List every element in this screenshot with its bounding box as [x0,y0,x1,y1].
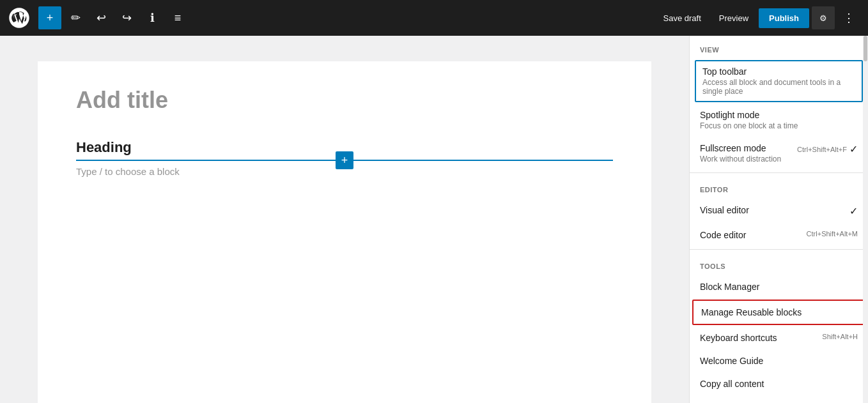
view-section-label: VIEW [690,36,868,59]
keyboard-shortcuts-title: Keyboard shortcuts [700,333,777,343]
tools-section-label: TOOLS [690,252,868,275]
scrollbar-thumb[interactable] [864,36,867,61]
fullscreen-check: ✓ [849,143,858,155]
main-toolbar: + ✏ ↩ ↪ ℹ ≡ Save draft Preview Publish ⚙… [0,0,868,36]
divider-1 [690,172,868,173]
editor-area: Add title Heading + Type / to choose a b… [0,36,689,403]
copy-all-title: Copy all content [700,379,764,389]
code-editor-title: Code editor [700,230,746,240]
info-icon: ℹ [150,11,155,25]
top-toolbar-item[interactable]: Top toolbar Access all block and documen… [695,60,863,102]
manage-reusable-title: Manage Reusable blocks [701,307,802,317]
save-draft-button[interactable]: Save draft [656,10,709,27]
spotlight-desc: Focus on one block at a time [700,121,798,130]
add-block-inline-button[interactable]: + [336,151,353,169]
keyboard-shortcuts-shortcut: Shift+Alt+H [822,333,858,340]
visual-editor-check: ✓ [849,205,858,217]
fullscreen-desc: Work without distraction [700,155,781,163]
block-manager-title: Block Manager [700,282,759,292]
divider-2 [690,249,868,250]
title-field[interactable]: Add title [76,87,613,114]
spotlight-title: Spotlight mode [700,110,798,120]
publish-button[interactable]: Publish [759,8,809,28]
info-button[interactable]: ℹ [141,6,164,29]
welcome-guide-item[interactable]: Welcome Guide [690,349,868,372]
main-area: Add title Heading + Type / to choose a b… [0,36,868,403]
ellipsis-icon: ⋮ [843,11,855,25]
plus-icon: + [47,11,54,25]
spotlight-mode-item[interactable]: Spotlight mode Focus on one block at a t… [690,103,868,137]
block-divider-container: + [76,160,613,161]
spotlight-item-content: Spotlight mode Focus on one block at a t… [700,110,798,130]
welcome-guide-title: Welcome Guide [700,356,763,366]
top-toolbar-title: Top toolbar [702,66,855,77]
list-view-button[interactable]: ≡ [166,6,189,29]
fullscreen-shortcut: Ctrl+Shift+Alt+F ✓ [797,143,858,155]
fullscreen-title: Fullscreen mode [700,143,781,153]
editor-content: Add title Heading + Type / to choose a b… [38,61,651,403]
editor-section-label: EDITOR [690,176,868,199]
preview-button[interactable]: Preview [711,10,756,27]
copy-all-item[interactable]: Copy all content [690,372,868,395]
toolbar-right: Save draft Preview Publish ⚙ ⋮ [656,6,860,29]
block-manager-item[interactable]: Block Manager [690,275,868,298]
visual-editor-title: Visual editor [700,205,749,215]
gear-icon: ⚙ [819,13,827,23]
add-block-toolbar-button[interactable]: + [38,6,61,29]
fullscreen-item-content: Fullscreen mode Work without distraction [700,143,781,163]
fullscreen-mode-item[interactable]: Fullscreen mode Work without distraction… [690,137,868,170]
undo-icon: ↩ [97,11,106,25]
code-editor-item[interactable]: Code editor Ctrl+Shift+Alt+M [690,224,868,247]
list-icon: ≡ [174,11,182,25]
dropdown-panel: VIEW Top toolbar Access all block and do… [689,36,868,403]
heading-block: Heading + Type / to choose a block [76,139,613,177]
manage-reusable-item[interactable]: Manage Reusable blocks [692,300,865,325]
top-toolbar-desc: Access all block and document tools in a… [702,78,855,96]
undo-button[interactable]: ↩ [89,6,112,29]
settings-button[interactable]: ⚙ [812,6,835,29]
redo-icon: ↪ [122,11,132,25]
pencil-icon: ✏ [71,11,81,25]
top-toolbar-item-content: Top toolbar Access all block and documen… [702,66,855,96]
edit-button[interactable]: ✏ [64,6,87,29]
redo-button[interactable]: ↪ [115,6,138,29]
scrollbar-track[interactable] [863,36,868,403]
code-editor-shortcut: Ctrl+Shift+Alt+M [807,230,858,238]
visual-editor-item[interactable]: Visual editor ✓ [690,199,868,224]
keyboard-shortcuts-item[interactable]: Keyboard shortcuts Shift+Alt+H [690,326,868,349]
wp-logo[interactable] [8,6,31,29]
more-options-button[interactable]: ⋮ [837,6,860,29]
